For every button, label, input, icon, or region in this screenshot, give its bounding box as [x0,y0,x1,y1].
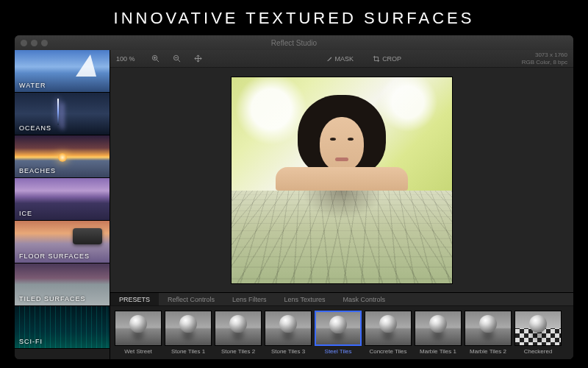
reflection-surface [232,191,452,283]
category-label: TILED SURFACES [19,295,86,302]
category-label: ICE [19,210,32,217]
preset-label: Checkered [514,348,562,355]
preset-item[interactable]: Marble Tiles 2 [465,311,512,355]
crop-icon [373,55,380,63]
crop-button[interactable]: CROP [370,54,404,64]
tab-reflect-controls[interactable]: Reflect Controls [159,293,223,305]
preset-thumb [115,311,162,346]
preset-thumb [315,311,362,346]
close-icon[interactable] [21,40,27,46]
preset-item[interactable]: Stone Tiles 1 [165,311,212,355]
preset-thumb [365,311,412,346]
svg-line-1 [157,60,159,62]
preset-thumb [415,311,462,346]
category-label: BEACHES [19,167,56,174]
toolbar: 100 % MASK C [110,50,573,68]
mask-button[interactable]: MASK [323,54,357,64]
main-panel: 100 % MASK C [110,50,573,359]
zoom-icon[interactable] [41,40,48,46]
zoom-level[interactable]: 100 % [116,55,141,63]
preset-thumb [265,311,312,346]
preset-item[interactable]: Marble Tiles 1 [415,311,462,355]
pan-button[interactable] [191,53,205,64]
category-ice[interactable]: ICE [15,178,110,221]
canvas-area[interactable] [110,68,573,292]
image-info: 3073 x 1760 RGB Color, 8 bpc [522,52,567,66]
preset-item[interactable]: Wet Street [115,311,162,355]
window-titlebar: Reflect Studio [15,35,573,50]
preset-item[interactable]: Stone Tiles 3 [265,311,312,355]
panel-tabs: PRESETS Reflect Controls Lens Filters Le… [110,293,573,306]
image-color-mode: RGB Color, 8 bpc [522,59,567,66]
bottom-panel: PRESETS Reflect Controls Lens Filters Le… [110,292,573,359]
category-label: FLOOR SURFACES [19,252,90,260]
window-title: Reflect Studio [15,39,573,47]
preset-thumb [215,311,262,346]
tab-lens-filters[interactable]: Lens Filters [223,293,276,305]
preset-label: Stone Tiles 2 [215,348,262,355]
brush-icon [326,55,333,63]
preset-label: Concrete Tiles [365,348,412,355]
preset-label: Stone Tiles 3 [265,348,312,355]
tab-lens-textures[interactable]: Lens Textures [276,293,334,305]
preset-item[interactable]: Stone Tiles 2 [215,311,262,355]
preset-label: Marble Tiles 1 [415,348,462,355]
preset-thumb [165,311,212,346]
preset-item[interactable]: Checkered [514,311,562,355]
zoom-out-icon [173,54,181,63]
move-icon [194,54,202,63]
preset-label: Stone Tiles 1 [165,348,212,355]
zoom-in-button[interactable] [148,53,162,64]
image-dimensions: 3073 x 1760 [522,52,567,59]
tab-mask-controls[interactable]: Mask Controls [334,293,394,305]
category-label: SCI-FI [19,338,43,345]
category-floor-surfaces[interactable]: FLOOR SURFACES [15,221,110,263]
category-beaches[interactable]: BEACHES [15,135,110,178]
mask-label: MASK [335,55,354,63]
category-oceans[interactable]: OCEANS [15,93,110,135]
category-water[interactable]: WATER [15,50,110,93]
crop-label: CROP [382,55,401,63]
category-sidebar[interactable]: WATER OCEANS BEACHES ICE FLOOR SURFACES … [15,50,110,359]
category-label: OCEANS [19,124,51,132]
preset-item-selected[interactable]: Steel Tiles [315,311,362,355]
category-label: WATER [19,82,46,89]
zoom-in-icon [151,54,159,63]
marketing-tagline: INNOVATIVE TEXTURED SURFACES [0,0,588,35]
window-controls[interactable] [21,40,48,46]
preset-item[interactable]: Concrete Tiles [365,311,412,355]
photo-subject [232,77,452,191]
category-scifi[interactable]: SCI-FI [15,306,110,349]
app-window: Reflect Studio WATER OCEANS BEACHES ICE [15,35,573,359]
preset-thumb [465,311,512,346]
preset-label: Wet Street [115,348,162,355]
svg-line-5 [178,60,180,62]
preset-label: Steel Tiles [315,348,362,355]
preset-strip[interactable]: Wet Street Stone Tiles 1 Stone Tiles 2 S… [110,306,573,359]
preset-thumb [514,311,562,346]
preview-image [232,77,452,283]
category-tiled-surfaces[interactable]: TILED SURFACES [15,263,110,306]
preset-label: Marble Tiles 2 [465,348,512,355]
minimize-icon[interactable] [31,40,37,46]
tab-presets[interactable]: PRESETS [110,293,159,305]
zoom-out-button[interactable] [170,53,184,64]
